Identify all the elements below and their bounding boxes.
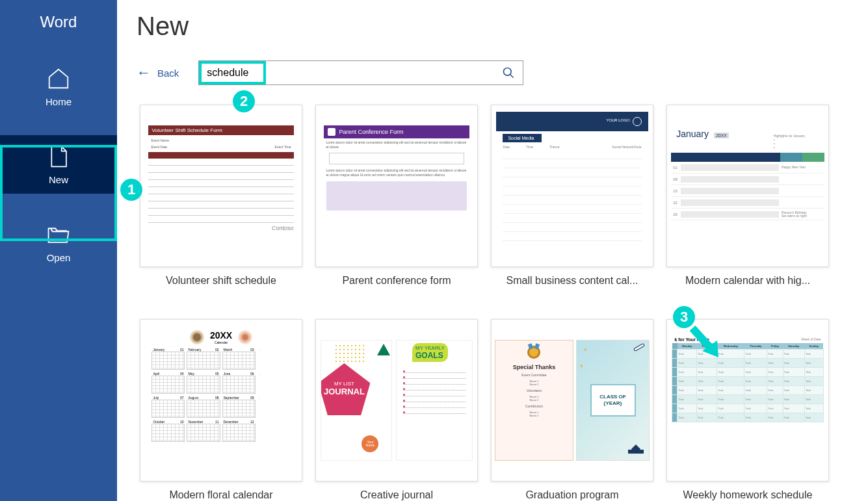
logo-icon [633,117,642,126]
home-icon [46,66,71,91]
template-small-business-content-calendar[interactable]: YOUR LOGO Social Media DateTimeThemeSoci… [488,105,657,287]
main-panel: New ← Back 2 Volunteer Shift Schedule Fo… [117,0,868,501]
graduation-cap-icon [628,450,644,454]
thumb-logo: Contoso [148,225,293,231]
sidebar-item-new[interactable]: New [0,135,117,194]
template-label: Parent conference form [342,275,451,287]
template-modern-calendar-with-highlights[interactable]: January 20XXHighlights for January••• 01… [663,105,832,287]
flower-icon [189,329,205,345]
template-parent-conference-form[interactable]: Parent Conference Form Lorem ipsum dolor… [312,105,481,287]
template-thumb: k for Your NameWeek of Date MondayTuesda… [666,319,829,482]
template-weekly-homework-schedule[interactable]: k for Your NameWeek of Date MondayTuesda… [663,319,832,501]
app-name: Word [40,13,77,31]
template-label: Creative journal [360,489,433,501]
sidebar-item-home[interactable]: Home [0,57,117,116]
template-label: Small business content cal... [506,275,638,287]
svg-point-0 [503,68,511,76]
template-modern-floral-calendar[interactable]: 20XXCalendar January01 February02 March0… [137,319,306,501]
back-arrow-icon: ← [137,64,151,81]
template-label: Modern floral calendar [169,489,272,501]
search-button[interactable] [493,61,523,84]
template-grid: Volunteer Shift Schedule Form Event Name… [137,105,842,501]
flower-icon [237,329,253,345]
circle-icon: YourName [362,435,378,452]
scroll-icon [633,343,645,352]
template-label: Volunteer shift schedule [166,275,276,287]
template-thumb: Parent Conference Form Lorem ipsum dolor… [315,105,478,267]
template-label: Graduation program [525,489,618,501]
template-thumb: Volunteer Shift Schedule Form Event Name… [140,105,302,267]
template-thumb: 20XXCalendar January01 February02 March0… [140,319,302,482]
sidebar-label-home: Home [46,96,72,107]
template-thumb: Special Thanks Event Committee Name 1Nam… [491,319,653,482]
template-label: Modern calendar with hig... [685,275,810,287]
sidebar-label-open: Open [47,252,71,263]
template-graduation-program[interactable]: Special Thanks Event Committee Name 1Nam… [488,319,657,501]
page-title: New [137,12,842,41]
template-thumb: MY LISTJOURNAL YourName MY YEARLYGOALS [315,319,478,482]
sidebar: Word Home New Open [0,0,117,501]
back-label: Back [157,68,179,79]
thumb-header: Volunteer Shift Schedule Form [148,125,293,135]
back-button[interactable]: ← Back [137,64,179,81]
template-thumb: January 20XXHighlights for January••• 01… [666,105,829,267]
search-input[interactable] [199,61,493,84]
medal-icon [527,346,540,359]
template-thumb: YOUR LOGO Social Media DateTimeThemeSoci… [491,105,653,267]
search-row: ← Back [137,60,842,85]
template-creative-journal[interactable]: MY LISTJOURNAL YourName MY YEARLYGOALS C… [312,319,481,501]
triangle-icon [377,344,390,355]
new-doc-icon [46,144,71,169]
open-folder-icon [46,222,71,247]
template-volunteer-shift-schedule[interactable]: Volunteer Shift Schedule Form Event Name… [137,105,306,287]
sidebar-label-new: New [49,174,68,185]
sidebar-item-open[interactable]: Open [0,213,117,272]
template-label: Weekly homework schedule [683,489,813,501]
search-box [198,60,523,85]
search-icon [502,66,515,79]
